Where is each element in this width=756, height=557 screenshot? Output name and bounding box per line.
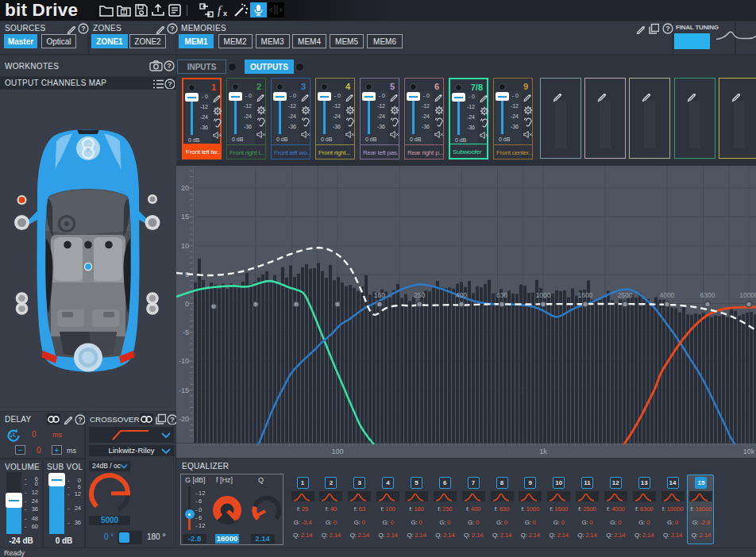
svg-text:4000: 4000	[659, 291, 674, 299]
svg-text:?: ?	[168, 80, 172, 88]
svg-text:?: ?	[167, 62, 172, 70]
svg-text:x: x	[223, 10, 227, 17]
svg-text:x: x	[151, 301, 154, 308]
svg-text:6300: 6300	[700, 291, 716, 299]
svg-text:f: f	[218, 4, 222, 17]
svg-text:250: 250	[414, 291, 425, 299]
svg-text:?: ?	[170, 25, 175, 33]
svg-text:1000: 1000	[536, 291, 551, 299]
svg-text:-5: -5	[183, 328, 189, 336]
svg-text:1600: 1600	[577, 291, 592, 299]
svg-text:2500: 2500	[618, 291, 633, 299]
svg-text:T: T	[122, 9, 125, 14]
svg-text:?: ?	[665, 25, 670, 33]
svg-text:?: ?	[170, 416, 175, 424]
svg-text:10: 10	[181, 242, 189, 250]
svg-text:x: x	[21, 301, 24, 308]
svg-text:400: 400	[456, 291, 467, 299]
svg-text:-20: -20	[179, 415, 189, 423]
svg-text:-10: -10	[179, 357, 189, 365]
svg-text:10k: 10k	[743, 448, 755, 455]
svg-text:15: 15	[181, 213, 189, 221]
svg-text:20: 20	[181, 184, 189, 192]
svg-text:0: 0	[185, 300, 189, 308]
svg-text:?: ?	[78, 416, 83, 424]
svg-text:630: 630	[496, 291, 507, 299]
svg-text:x: x	[87, 145, 91, 153]
svg-text:100: 100	[331, 448, 343, 455]
svg-text:?: ?	[81, 25, 86, 33]
svg-text:1k: 1k	[539, 448, 547, 455]
svg-text:160: 160	[374, 291, 385, 299]
svg-text:10000: 10000	[739, 291, 756, 299]
svg-text:-15: -15	[179, 386, 189, 394]
